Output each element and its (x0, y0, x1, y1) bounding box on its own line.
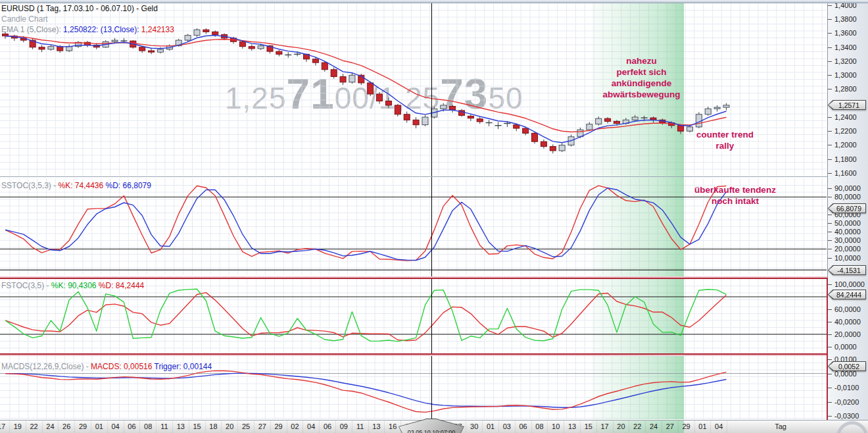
candle-down (477, 119, 483, 122)
ema-value-1: 1,250822: (63, 25, 98, 34)
candle-down (450, 107, 456, 110)
axis-tick (828, 402, 832, 403)
axis-tick (828, 232, 832, 232)
time-label: 15 (581, 422, 596, 430)
axis-label: 1,3600 (834, 29, 857, 37)
macd-value-marker: 0,0052 (828, 361, 866, 371)
candle-up (714, 107, 720, 109)
time-label: 17 (598, 422, 612, 430)
axis-tick (828, 173, 832, 174)
axis-label: -0,0200 (834, 398, 859, 406)
candle-down (385, 101, 391, 105)
time-label: 24 (646, 422, 661, 430)
time-label: 22 (630, 422, 644, 430)
axis-label: 1,1600 (834, 169, 857, 177)
panel-separator[interactable] (0, 176, 827, 177)
time-label: 29 (76, 422, 90, 430)
ema-name: EMA 1 (1, 25, 24, 34)
annotation-downmove: nahezu perfekt sich ankündigende abwärts… (577, 55, 706, 100)
axis-tick (828, 416, 832, 417)
candle-down (550, 147, 556, 151)
candle-up (596, 118, 602, 124)
candle-down (340, 76, 346, 82)
axis-tick (828, 33, 832, 34)
candle-up (194, 30, 200, 36)
axis-tick (828, 374, 832, 374)
axis-label: 100,0000 (834, 280, 865, 288)
time-label: 09 (337, 422, 351, 430)
candle-down (149, 51, 155, 52)
axis-label: 1,2000 (834, 141, 857, 149)
time-axis-unit-label: Tag (758, 422, 804, 430)
marker-value: 84,2444 (829, 290, 865, 299)
axis-label: 30,0000 (834, 236, 861, 244)
fstoc-panel-border-top[interactable] (0, 278, 827, 279)
time-label: 06 (124, 422, 139, 430)
axis-tick (828, 322, 832, 322)
time-label: 20 (614, 422, 628, 430)
macd-name: MACDS(12,26,9,Close) - (1, 362, 91, 371)
crosshair-value-marker: -4,1531 (828, 265, 866, 275)
time-label: 01 (483, 422, 498, 430)
candle-down (276, 51, 282, 54)
candle-down (404, 115, 410, 120)
axis-label: 10,0000 (834, 254, 861, 262)
candle-up (157, 49, 163, 52)
candle-down (468, 116, 473, 118)
candle-down (532, 133, 538, 141)
axis-tick (828, 240, 832, 241)
axis-label: 40,0000 (834, 318, 861, 326)
axis-label: 20,0000 (834, 330, 861, 338)
candle-down (523, 128, 529, 133)
axis-label: 1,2400 (834, 113, 857, 121)
sstoc-panel-header: SSTOC(3,5,3) - %K: 74,4436 %D: 66,8079 (1, 181, 151, 190)
candle-up (723, 105, 729, 107)
time-label: 06 (516, 422, 531, 430)
axis-label: 40,0000 (834, 228, 861, 236)
candle-down (239, 41, 245, 46)
time-label: 29 (679, 422, 694, 430)
candle-up (112, 40, 118, 41)
axis-label: 50,0000 (834, 219, 861, 227)
candle-down (203, 30, 209, 32)
annotation-overbought: überkaufte tendenz noch intakt (679, 184, 792, 207)
macd-trigger-value: Trigger: 0,00144 (155, 362, 212, 371)
axis-label: 1,2800 (834, 85, 857, 93)
time-label: 13 (565, 422, 579, 430)
annotation-counter-trend: counter trend rally (681, 129, 769, 151)
axis-tick (828, 223, 832, 224)
time-label: 15 (190, 422, 205, 430)
axis-tick (828, 388, 832, 388)
sstoc-k-value: %K: 74,4436 (58, 181, 103, 190)
candle-down (139, 47, 145, 51)
axis-tick (828, 131, 832, 132)
axis-tick (828, 284, 832, 285)
candle-down (614, 121, 619, 123)
axis-label: 1,1800 (834, 155, 857, 163)
axis-tick (828, 117, 832, 118)
candle-up (632, 117, 638, 120)
candle-up (66, 47, 72, 51)
time-label: 13 (369, 422, 383, 430)
time-label: 24 (43, 422, 57, 430)
axis-tick (828, 47, 832, 48)
time-label: 04 (304, 422, 318, 430)
candle-down (249, 47, 254, 49)
axis-label: 1,3800 (834, 15, 857, 23)
ema-param-1: (5,Close): (27, 25, 61, 34)
candle-up (705, 109, 711, 115)
axis-label: 60,0000 (834, 305, 861, 313)
marker-value: 0,0052 (829, 362, 865, 370)
marker-value: 66,8079 (829, 204, 865, 213)
time-label: 22 (27, 422, 41, 430)
crosshair-date-tooltip: 03.05.10 10:07:00 (398, 419, 464, 433)
ema-indicator-header: EMA 1 (5,Close): 1,250822: (13,Close): 1… (1, 25, 174, 34)
time-label: 30 (467, 422, 481, 430)
sstoc-name: SSTOC(3,5,3) - (1, 181, 58, 190)
axis-label: -0,0300 (834, 412, 859, 420)
time-cell-divider (727, 420, 727, 433)
last-price-marker: 1,2571 (828, 100, 866, 110)
time-label: 06 (320, 422, 335, 430)
axis-label: 1,3400 (834, 43, 857, 51)
window-top-border (0, 0, 868, 3)
